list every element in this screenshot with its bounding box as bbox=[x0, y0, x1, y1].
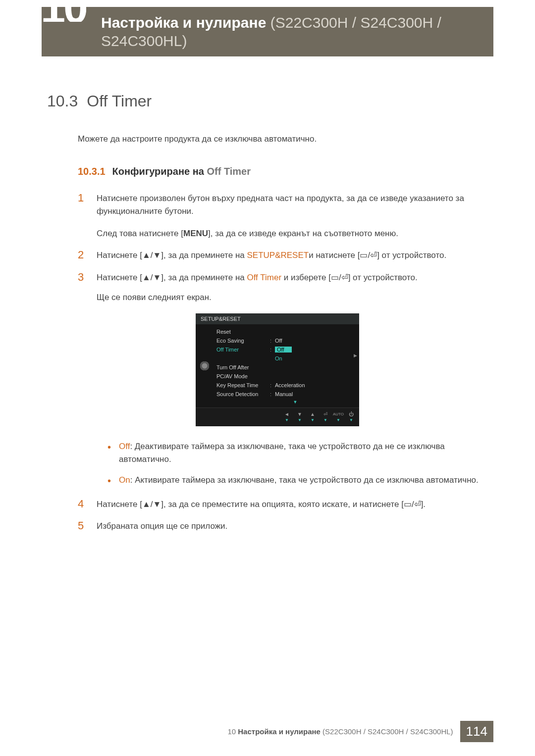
enter-icon: ⏎ bbox=[322, 412, 328, 417]
subsection-number: 10.3.1 bbox=[78, 166, 106, 177]
bullet-list: • Off: Деактивирате таймера за изключван… bbox=[107, 440, 488, 487]
target-setup-reset: SETUP&RESET bbox=[247, 251, 309, 260]
power-icon: ⏻ bbox=[348, 412, 354, 417]
text: ]. bbox=[421, 500, 426, 509]
osd-icon-column bbox=[196, 324, 214, 407]
page-number: 114 bbox=[460, 721, 493, 742]
osd-title: SETUP&RESET bbox=[196, 313, 359, 324]
step-3: 3 Натиснете [▲/▼], за да преминете на Of… bbox=[78, 271, 488, 304]
text: ] от устройството. bbox=[377, 251, 446, 260]
step-5: 5 Избраната опция ще се приложи. bbox=[78, 520, 488, 533]
osd-row-reset: Reset bbox=[214, 327, 359, 336]
text: и натиснете [ bbox=[309, 251, 360, 260]
section-intro: Можете да настроите продукта да се изклю… bbox=[78, 134, 488, 144]
arrow-icon: ▼ bbox=[285, 418, 289, 422]
step-body: Избраната опция ще се приложи. bbox=[97, 520, 488, 533]
bullet-text: : Активирате таймера за изключване, така… bbox=[130, 475, 479, 485]
osd-value: Off bbox=[275, 338, 354, 344]
footer-chapter: 10 bbox=[227, 727, 238, 736]
chapter-number: 10 bbox=[41, 0, 86, 22]
bullet-label: Off bbox=[119, 442, 130, 451]
osd-value: Manual bbox=[275, 391, 354, 397]
left-icon: ◄ bbox=[284, 412, 290, 417]
text: ], за да преминете на bbox=[161, 273, 247, 282]
osd-value: Off bbox=[275, 347, 354, 353]
text: ], за да се изведе екранът на съответнот… bbox=[208, 229, 398, 238]
osd-footer-left: ◄▼ bbox=[284, 412, 290, 422]
osd-row-off-timer: Off Timer:Off bbox=[214, 345, 359, 354]
osd-row-on-option: On bbox=[214, 354, 359, 363]
text: и изберете [ bbox=[284, 273, 331, 282]
steps-list: 1 Натиснете произволен бутон върху предн… bbox=[78, 192, 488, 304]
steps-list-continued: 4 Натиснете [▲/▼], за да се преместите н… bbox=[78, 498, 488, 533]
target-off-timer: Off Timer bbox=[247, 273, 283, 282]
osd-row-turn-off-after: Turn Off After bbox=[214, 363, 359, 372]
osd-label: PC/AV Mode bbox=[216, 373, 270, 379]
section-heading: 10.3Off Timer bbox=[47, 92, 488, 110]
step-number: 1 bbox=[78, 192, 87, 240]
page-header: 10 Настройка и нулиране (S22C300H / S24C… bbox=[42, 7, 493, 56]
section-title: Off Timer bbox=[87, 92, 152, 110]
select-enter-icon: ▭/⏎ bbox=[404, 498, 421, 511]
text: ] от устройството. bbox=[348, 273, 418, 282]
menu-label: MENU bbox=[183, 229, 208, 238]
header-title-bold: Настройка и нулиране bbox=[101, 14, 266, 31]
bullet-label: On bbox=[119, 475, 130, 485]
osd-footer-up: ▲▼ bbox=[310, 412, 316, 422]
step-body: Натиснете [▲/▼], за да се преместите на … bbox=[97, 498, 488, 511]
arrow-icon: ▼ bbox=[311, 418, 315, 422]
subsection-bold: Конфигуриране на bbox=[112, 166, 207, 177]
text: ], за да преминете на bbox=[161, 251, 247, 260]
footer-bold: Настройка и нулиране bbox=[238, 727, 321, 736]
select-enter-icon: ▭/⏎ bbox=[360, 249, 377, 262]
osd-label: Turn Off After bbox=[216, 364, 270, 370]
gear-icon bbox=[199, 360, 210, 371]
text: След това натиснете [ bbox=[97, 229, 183, 238]
osd-footer-power: ⏻▼ bbox=[348, 412, 354, 422]
bullet-dot-icon: • bbox=[107, 476, 111, 487]
bullet-on: • On: Активирате таймера за изключване, … bbox=[107, 474, 488, 487]
text: Натиснете [ bbox=[97, 500, 142, 509]
osd-row-key-repeat: Key Repeat Time:Acceleration bbox=[214, 381, 359, 390]
bullet-dot-icon: • bbox=[107, 442, 111, 466]
bullet-body: On: Активирате таймера за изключване, та… bbox=[119, 474, 479, 487]
bullet-body: Off: Деактивирате таймера за изключване,… bbox=[119, 440, 488, 466]
step-number: 3 bbox=[78, 271, 87, 304]
step-4: 4 Натиснете [▲/▼], за да се преместите н… bbox=[78, 498, 488, 511]
osd-row-source: Source Detection:Manual bbox=[214, 390, 359, 399]
colon: : bbox=[270, 382, 275, 388]
step-body: Натиснете [▲/▼], за да преминете на Off … bbox=[97, 271, 488, 304]
step-number: 4 bbox=[78, 498, 87, 511]
osd-selected-value: Off bbox=[275, 347, 292, 353]
osd-footer-enter: ⏎▼ bbox=[322, 412, 328, 422]
osd-footer-down: ▼▼ bbox=[297, 412, 303, 422]
step-1-line-a: Натиснете произволен бутон върху преднат… bbox=[97, 192, 488, 218]
osd-scroll-down-icon: ▼ bbox=[231, 399, 359, 405]
header-title: Настройка и нулиране (S22C300H / S24C300… bbox=[101, 13, 493, 50]
colon: : bbox=[270, 391, 275, 397]
step-1-line-b: След това натиснете [MENU], за да се изв… bbox=[97, 227, 488, 240]
osd-label: Eco Saving bbox=[216, 338, 270, 344]
step-3-line-b: Ще се появи следният екран. bbox=[97, 291, 488, 304]
up-down-arrows-icon: ▲/▼ bbox=[142, 249, 161, 262]
footer-text: 10 Настройка и нулиране (S22C300H / S24C… bbox=[220, 722, 460, 741]
page-footer: 10 Настройка и нулиране (S22C300H / S24C… bbox=[42, 721, 493, 742]
step-number: 5 bbox=[78, 520, 87, 533]
osd-row-eco: Eco Saving:Off bbox=[214, 336, 359, 345]
osd-label: Off Timer bbox=[216, 347, 270, 353]
arrow-icon: ▼ bbox=[298, 418, 302, 422]
colon: : bbox=[270, 347, 275, 353]
arrow-icon: ▼ bbox=[349, 418, 353, 422]
page-content: 10.3Off Timer Можете да настроите продук… bbox=[47, 92, 488, 542]
osd-body: Reset Eco Saving:Off Off Timer:Off On Tu… bbox=[196, 324, 359, 407]
colon: : bbox=[270, 338, 275, 344]
bullet-off: • Off: Деактивирате таймера за изключван… bbox=[107, 440, 488, 466]
osd-panel: SETUP&RESET Reset Eco Saving:Off Off Tim… bbox=[196, 313, 359, 426]
section-number: 10.3 bbox=[47, 92, 78, 110]
step-2: 2 Натиснете [▲/▼], за да преминете на SE… bbox=[78, 249, 488, 262]
step-body: Натиснете [▲/▼], за да преминете на SETU… bbox=[97, 249, 488, 262]
subsection-heading: 10.3.1Конфигуриране на Off Timer bbox=[78, 166, 488, 177]
subsection-light: Off Timer bbox=[207, 166, 251, 177]
osd-label: Reset bbox=[216, 329, 270, 335]
down-icon: ▼ bbox=[297, 412, 303, 417]
